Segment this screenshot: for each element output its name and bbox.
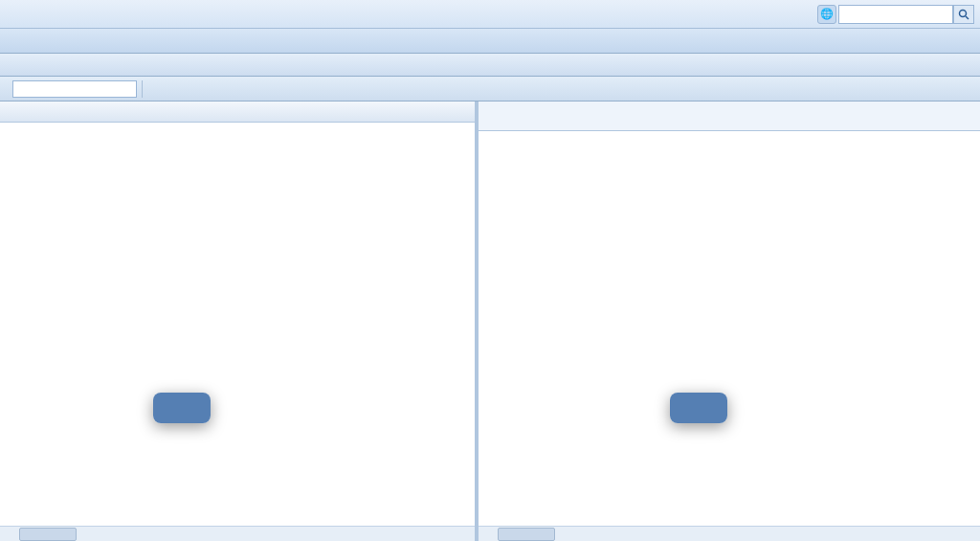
timeline-days [479, 115, 980, 130]
globe-icon[interactable]: 🌐 [817, 5, 836, 24]
top-tabstrip [0, 29, 980, 54]
timeline-weeks [479, 101, 980, 115]
search-wrap: 🌐 [817, 5, 974, 24]
grid-body[interactable] [0, 123, 475, 526]
app-header: 🌐 [0, 0, 980, 29]
task-grid-panel [0, 101, 479, 541]
search-input[interactable] [838, 5, 953, 24]
svg-point-0 [960, 10, 967, 16]
toolbar [0, 77, 980, 101]
search-button[interactable] [953, 5, 974, 24]
main-split [0, 101, 980, 541]
quick-search-input[interactable] [12, 80, 137, 98]
header-right: 🌐 [808, 5, 974, 24]
grid-hscroll[interactable] [0, 526, 475, 541]
search-icon [958, 9, 969, 20]
grid-header [0, 101, 475, 123]
gantt-panel [479, 101, 980, 541]
sub-tabstrip [0, 54, 980, 77]
separator [142, 80, 143, 98]
scroll-thumb[interactable] [19, 528, 77, 541]
gantt-body[interactable] [479, 131, 980, 526]
timeline-header [479, 101, 980, 131]
scroll-thumb[interactable] [498, 528, 555, 541]
svg-line-1 [966, 16, 969, 19]
gantt-hscroll[interactable] [479, 526, 980, 541]
